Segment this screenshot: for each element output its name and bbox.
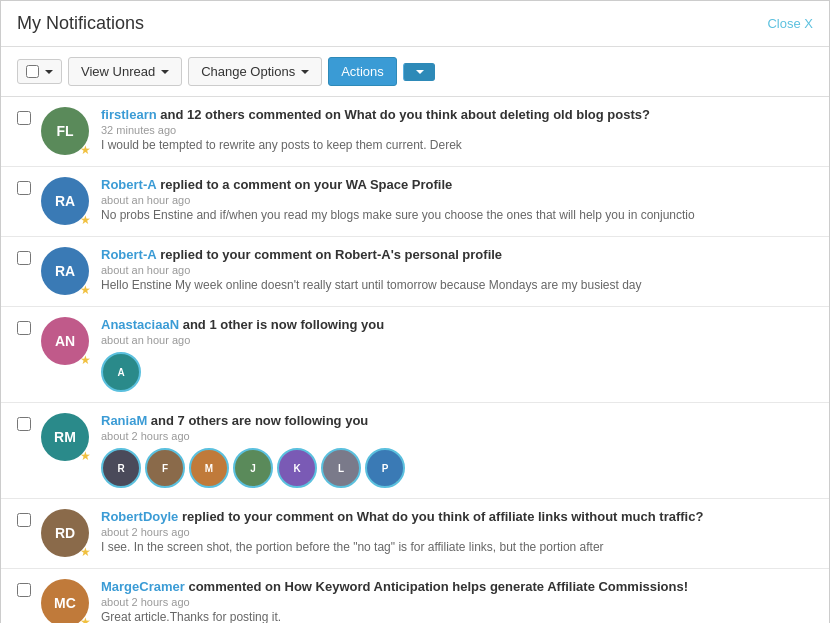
toolbar: View Unread Change Options Actions — [1, 47, 829, 97]
select-all-checkbox[interactable] — [26, 65, 39, 78]
notification-header-line: AnastaciaaN and 1 other is now following… — [101, 317, 813, 332]
notification-header-line: firstlearn and 12 others commented on Wh… — [101, 107, 813, 122]
actions-label: Actions — [341, 64, 384, 79]
notification-user-link[interactable]: Robert-A — [101, 177, 157, 192]
notification-user-link[interactable]: MargeCramer — [101, 579, 185, 594]
follower-initial: A — [117, 367, 124, 378]
follower-avatar[interactable]: K ★ — [277, 448, 317, 488]
user-avatar-container: RA ★ — [41, 177, 89, 225]
avatar-initials: AN — [55, 333, 75, 349]
notification-action: replied to your comment on Robert-A's pe… — [160, 247, 502, 262]
item-checkbox-container[interactable] — [17, 513, 31, 530]
notification-preview: I see. In the screen shot, the portion b… — [101, 540, 701, 554]
item-checkbox[interactable] — [17, 417, 31, 431]
page-title: My Notifications — [17, 13, 144, 34]
notification-item: MC ★ MargeCramer commented on How Keywor… — [1, 569, 829, 623]
avatar-star-icon: ★ — [80, 353, 91, 367]
notification-time: about an hour ago — [101, 264, 813, 276]
change-options-caret — [301, 70, 309, 74]
avatar-initials: FL — [56, 123, 73, 139]
notification-time: about 2 hours ago — [101, 526, 813, 538]
notification-header-line: RobertDoyle replied to your comment on W… — [101, 509, 813, 524]
actions-button[interactable]: Actions — [328, 57, 397, 86]
notification-preview: Great article.Thanks for posting it. — [101, 610, 701, 623]
item-checkbox-container[interactable] — [17, 111, 31, 128]
item-checkbox-container[interactable] — [17, 251, 31, 268]
notification-list: FL ★ firstlearn and 12 others commented … — [1, 97, 829, 623]
item-checkbox-container[interactable] — [17, 417, 31, 434]
follower-initial: M — [205, 463, 213, 474]
notification-user-link[interactable]: Robert-A — [101, 247, 157, 262]
avatar-star-icon: ★ — [80, 615, 91, 623]
notification-header-line: Robert-A replied to a comment on your WA… — [101, 177, 813, 192]
follower-star-icon: ★ — [132, 477, 141, 488]
notification-action: and 12 others commented on What do you t… — [160, 107, 650, 122]
notification-header-line: RaniaM and 7 others are now following yo… — [101, 413, 813, 428]
notification-item: FL ★ firstlearn and 12 others commented … — [1, 97, 829, 167]
follower-avatar[interactable]: L ★ — [321, 448, 361, 488]
item-checkbox[interactable] — [17, 583, 31, 597]
follower-avatar[interactable]: F ★ — [145, 448, 185, 488]
follower-initial: P — [382, 463, 389, 474]
notification-content: Robert-A replied to your comment on Robe… — [101, 247, 813, 292]
notification-preview: No probs Enstine and if/when you read my… — [101, 208, 701, 222]
notification-user-link[interactable]: RaniaM — [101, 413, 147, 428]
close-button[interactable]: Close X — [767, 16, 813, 31]
notifications-header: My Notifications Close X — [1, 1, 829, 47]
change-options-button[interactable]: Change Options — [188, 57, 322, 86]
notification-content: RobertDoyle replied to your comment on W… — [101, 509, 813, 554]
item-checkbox-container[interactable] — [17, 321, 31, 338]
follower-star-icon: ★ — [264, 477, 273, 488]
item-checkbox[interactable] — [17, 181, 31, 195]
follower-avatars: A ★ — [101, 352, 813, 392]
notification-content: firstlearn and 12 others commented on Wh… — [101, 107, 813, 152]
item-checkbox-container[interactable] — [17, 181, 31, 198]
follower-avatar[interactable]: R ★ — [101, 448, 141, 488]
notification-item: RA ★ Robert-A replied to a comment on yo… — [1, 167, 829, 237]
notification-user-link[interactable]: firstlearn — [101, 107, 157, 122]
follower-star-icon: ★ — [352, 477, 361, 488]
view-unread-label: View Unread — [81, 64, 155, 79]
change-options-label: Change Options — [201, 64, 295, 79]
item-checkbox[interactable] — [17, 251, 31, 265]
item-checkbox[interactable] — [17, 321, 31, 335]
follower-star-icon: ★ — [396, 477, 405, 488]
follower-avatar[interactable]: P ★ — [365, 448, 405, 488]
actions-split-button[interactable] — [403, 63, 435, 81]
item-checkbox[interactable] — [17, 513, 31, 527]
avatar-star-icon: ★ — [80, 213, 91, 227]
select-all-button[interactable] — [17, 59, 62, 84]
view-unread-button[interactable]: View Unread — [68, 57, 182, 86]
avatar-star-icon: ★ — [80, 143, 91, 157]
follower-avatar[interactable]: A ★ — [101, 352, 141, 392]
follower-avatar[interactable]: M ★ — [189, 448, 229, 488]
item-checkbox-container[interactable] — [17, 583, 31, 600]
notification-time: about an hour ago — [101, 194, 813, 206]
follower-initial: F — [162, 463, 168, 474]
notification-user-link[interactable]: RobertDoyle — [101, 509, 178, 524]
follower-star-icon: ★ — [132, 381, 141, 392]
notification-action: commented on How Keyword Anticipation he… — [188, 579, 688, 594]
follower-star-icon: ★ — [176, 477, 185, 488]
notification-content: MargeCramer commented on How Keyword Ant… — [101, 579, 813, 623]
notification-action: and 1 other is now following you — [183, 317, 385, 332]
avatar-initials: RA — [55, 263, 75, 279]
item-checkbox[interactable] — [17, 111, 31, 125]
notification-user-link[interactable]: AnastaciaaN — [101, 317, 179, 332]
avatar-initials: RD — [55, 525, 75, 541]
avatar-initials: RM — [54, 429, 76, 445]
user-avatar-container: RM ★ — [41, 413, 89, 461]
follower-avatars: R ★ F ★ M ★ J ★ K ★ L ★ P ★ — [101, 448, 813, 488]
notification-action: replied to a comment on your WA Space Pr… — [160, 177, 452, 192]
notification-item: RA ★ Robert-A replied to your comment on… — [1, 237, 829, 307]
user-avatar-container: RD ★ — [41, 509, 89, 557]
user-avatar-container: MC ★ — [41, 579, 89, 623]
follower-star-icon: ★ — [220, 477, 229, 488]
notification-time: about 2 hours ago — [101, 430, 813, 442]
user-avatar-container: FL ★ — [41, 107, 89, 155]
follower-avatar[interactable]: J ★ — [233, 448, 273, 488]
notification-item: RD ★ RobertDoyle replied to your comment… — [1, 499, 829, 569]
follower-initial: L — [338, 463, 344, 474]
avatar-star-icon: ★ — [80, 449, 91, 463]
notification-time: 32 minutes ago — [101, 124, 813, 136]
